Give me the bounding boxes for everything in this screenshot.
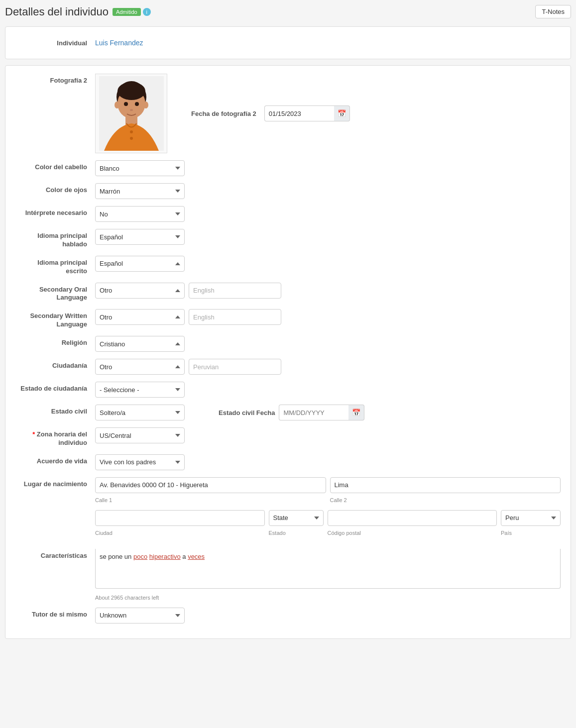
characteristics-row: Características se pone un <span class="… xyxy=(15,549,561,601)
marital-date-input[interactable] xyxy=(279,405,348,420)
tutor-row: Tutor de si mismo Unknown xyxy=(15,608,561,624)
secondary-written-other-input[interactable] xyxy=(189,309,281,325)
hair-color-select[interactable]: Blanco xyxy=(95,160,185,176)
photo-label: Fotografía 2 xyxy=(15,74,95,85)
birthplace-country-select[interactable]: Peru xyxy=(501,510,561,526)
secondary-oral-row: Secondary Oral Language Otro xyxy=(15,283,561,303)
photo-row: Fotografía 2 xyxy=(15,74,561,153)
citizenship-control: Otro xyxy=(95,359,561,375)
religion-select[interactable]: Cristiano xyxy=(95,336,185,352)
birthplace-street1-input[interactable] xyxy=(95,477,326,493)
primary-written-control: Español xyxy=(95,256,561,272)
secondary-written-label: Secondary Written Language xyxy=(15,309,95,329)
secondary-oral-other-input[interactable] xyxy=(189,283,281,299)
birthplace-city-input[interactable] xyxy=(95,510,265,526)
marital-date-calendar-button[interactable]: 📅 xyxy=(348,405,364,420)
eye-color-label: Color de ojos xyxy=(15,183,95,195)
citizenship-status-label: Estado de ciudadanía xyxy=(15,382,95,393)
svg-point-9 xyxy=(124,102,128,106)
secondary-oral-control: Otro xyxy=(95,283,561,299)
primary-oral-label: Idioma principal hablado xyxy=(15,229,95,249)
citizenship-status-row: Estado de ciudadanía - Seleccione - xyxy=(15,382,561,398)
living-select[interactable]: Vive con los padres xyxy=(95,454,185,470)
birthplace-city-labels: Ciudad Estado Código postal País xyxy=(95,530,561,542)
individual-label: Individual xyxy=(15,39,95,47)
birthplace-street2-input[interactable] xyxy=(330,477,561,493)
birthplace-country-label: País xyxy=(501,530,561,542)
birthplace-state-label: Estado xyxy=(269,530,324,542)
living-row: Acuerdo de vida Vive con los padres xyxy=(15,454,561,470)
living-control: Vive con los padres xyxy=(95,454,561,470)
individual-name-link[interactable]: Luis Fernandez xyxy=(95,39,143,47)
secondary-written-control: Otro xyxy=(95,309,561,325)
birthplace-zip-input[interactable] xyxy=(328,510,497,526)
page-header: Detalles del individuo Admitido i T-Note… xyxy=(5,5,571,18)
tutor-control: Unknown xyxy=(95,608,561,624)
hair-color-control: Blanco xyxy=(95,160,561,176)
birthplace-zip-label: Código postal xyxy=(328,530,497,542)
svg-point-7 xyxy=(130,130,133,133)
secondary-written-select[interactable]: Otro xyxy=(95,309,185,325)
birthplace-label: Lugar de nacimiento xyxy=(15,477,95,489)
tnotes-button[interactable]: T-Notes xyxy=(535,5,571,18)
tutor-select[interactable]: Unknown xyxy=(95,608,185,624)
photo-date-input[interactable] xyxy=(264,105,334,121)
citizenship-status-control: - Seleccione - xyxy=(95,382,561,398)
characteristics-link-hiperactivo[interactable]: hiperactivo xyxy=(149,553,181,560)
birthplace-control: Calle 1 Calle 2 State Peru Ciudad Estado… xyxy=(95,477,561,542)
primary-oral-control: Español xyxy=(95,229,561,245)
primary-oral-row: Idioma principal hablado Español xyxy=(15,229,561,249)
photo-date-calendar-button[interactable]: 📅 xyxy=(334,105,350,121)
citizenship-other-input[interactable] xyxy=(189,359,281,375)
svg-point-8 xyxy=(130,137,133,140)
avatar xyxy=(99,76,164,151)
citizenship-label: Ciudadanía xyxy=(15,359,95,370)
birthplace-city-row: State Peru xyxy=(95,510,561,526)
religion-row: Religión Cristiano xyxy=(15,336,561,352)
birthplace-street-row xyxy=(95,477,561,493)
chars-left: About 2965 characters left xyxy=(95,595,561,601)
svg-point-11 xyxy=(130,109,133,111)
primary-written-row: Idioma principal escrito Español xyxy=(15,256,561,276)
birthplace-state-select[interactable]: State xyxy=(269,510,324,526)
citizenship-select[interactable]: Otro xyxy=(95,359,185,375)
secondary-oral-label: Secondary Oral Language xyxy=(15,283,95,303)
timezone-label: Zona horaria del individuo xyxy=(15,427,95,447)
photo-date-input-group: 📅 xyxy=(264,105,350,121)
main-form-card: Fotografía 2 xyxy=(5,65,571,639)
marital-status-row: Estado civil Soltero/a Estado civil Fech… xyxy=(15,405,561,420)
page-title: Detalles del individuo xyxy=(5,5,109,18)
secondary-oral-select[interactable]: Otro xyxy=(95,283,185,299)
secondary-written-row: Secondary Written Language Otro xyxy=(15,309,561,329)
hair-color-label: Color del cabello xyxy=(15,160,95,172)
primary-written-select[interactable]: Español xyxy=(95,256,185,272)
interpreter-label: Intérprete necesario xyxy=(15,206,95,217)
photo-box xyxy=(95,74,167,153)
characteristics-link-veces[interactable]: veces xyxy=(188,553,205,560)
religion-control: Cristiano xyxy=(95,336,561,352)
interpreter-select[interactable]: No xyxy=(95,206,185,222)
photo-date-label: Fecha de fotografía 2 xyxy=(191,110,256,117)
birthplace-street-labels: Calle 1 Calle 2 xyxy=(95,497,561,503)
birthplace-city-label: Ciudad xyxy=(95,530,265,542)
svg-point-10 xyxy=(135,102,139,106)
individual-card: Individual Luis Fernandez xyxy=(5,26,571,59)
eye-color-control: Marrón xyxy=(95,183,561,199)
marital-date-input-group: 📅 xyxy=(279,405,364,420)
citizenship-status-select[interactable]: - Seleccione - xyxy=(95,382,185,398)
info-icon[interactable]: i xyxy=(143,8,151,16)
marital-date-label: Estado civil Fecha xyxy=(219,409,275,416)
timezone-row: Zona horaria del individuo US/Central xyxy=(15,427,561,447)
interpreter-row: Intérprete necesario No xyxy=(15,206,561,222)
status-badge: Admitido xyxy=(113,8,141,16)
eye-color-select[interactable]: Marrón xyxy=(95,183,185,199)
timezone-control: US/Central xyxy=(95,427,561,443)
photo-control: Fecha de fotografía 2 📅 xyxy=(95,74,561,153)
primary-oral-select[interactable]: Español xyxy=(95,229,185,245)
characteristics-link-poco[interactable]: poco xyxy=(133,553,147,560)
hair-color-row: Color del cabello Blanco xyxy=(15,160,561,176)
marital-status-control: Soltero/a Estado civil Fecha 📅 xyxy=(95,405,561,420)
birthplace-street2-label: Calle 2 xyxy=(330,497,561,503)
timezone-select[interactable]: US/Central xyxy=(95,427,185,443)
marital-status-select[interactable]: Soltero/a xyxy=(95,405,185,420)
